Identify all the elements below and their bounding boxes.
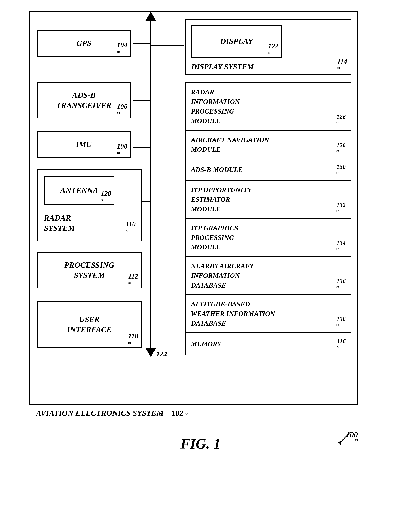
itp-opportunity-module-ref: 132 ≈ (337, 202, 346, 214)
aircraft-nav-module-box: AIRCRAFT NAVIGATIONMODULE 128 ≈ (186, 131, 351, 159)
aircraft-nav-module-label: AIRCRAFT NAVIGATIONMODULE (191, 135, 337, 154)
radar-system-label: RADARSYSTEM (44, 213, 75, 233)
radar-info-module-box: RADARINFORMATIONPROCESSINGMODULE 126 ≈ (186, 83, 351, 131)
itp-graphics-module-ref: 134 ≈ (337, 240, 346, 252)
aircraft-nav-module-ref: 128 ≈ (337, 142, 346, 154)
imu-label: IMU (76, 139, 92, 150)
display-system-label: DISPLAY SYSTEM (191, 62, 254, 71)
adsb-module-ref: 130 ≈ (337, 163, 346, 176)
nearby-aircraft-db-ref: 136 ≈ (337, 278, 346, 290)
gps-box: GPS 104 ≈ (37, 30, 131, 57)
imu-ref: 108 ≈ (117, 142, 127, 156)
page: GPS 104 ≈ ADS-BTRANSCEIVER 106 ≈ IMU 108 (0, 0, 401, 532)
antenna-label: ANTENNA (60, 185, 98, 196)
altitude-weather-db-ref: 138 ≈ (337, 316, 346, 328)
nearby-aircraft-db-label: NEARBY AIRCRAFTINFORMATIONDATABASE (191, 261, 337, 290)
gps-label: GPS (76, 38, 91, 48)
memory-label: MEMORY (191, 339, 337, 349)
modules-container: RADARINFORMATIONPROCESSINGMODULE 126 ≈ A… (185, 82, 351, 355)
ref-100: 100 ≈ (336, 430, 358, 450)
svg-marker-2 (145, 348, 156, 357)
radar-info-module-ref: 126 ≈ (337, 113, 346, 126)
radar-info-module-label: RADARINFORMATIONPROCESSINGMODULE (191, 87, 337, 126)
svg-marker-12 (338, 441, 342, 445)
svg-marker-1 (145, 12, 156, 21)
radar-system-ref: 110 ≈ (126, 220, 136, 233)
adsb-transceiver-label: ADS-BTRANSCEIVER (56, 90, 112, 111)
figure-caption: FIG. 1 (180, 436, 221, 452)
memory-box: MEMORY 116 ≈ (186, 333, 351, 355)
processing-system-label: PROCESSINGSYSTEM (64, 260, 114, 281)
imu-box: IMU 108 ≈ (37, 131, 131, 158)
diagram-area: GPS 104 ≈ ADS-BTRANSCEIVER 106 ≈ IMU 108 (29, 11, 372, 463)
itp-opportunity-module-box: ITP OPPORTUNITYESTIMATORMODULE 132 ≈ (186, 181, 351, 219)
display-system-box: DISPLAY 122 ≈ DISPLAY SYSTEM 114 ≈ (185, 19, 351, 75)
altitude-weather-db-label: ALTITUDE-BASEDWEATHER INFORMATIONDATABAS… (191, 299, 337, 328)
adsb-transceiver-ref: 106 ≈ (117, 102, 127, 116)
display-label: DISPLAY (220, 36, 253, 46)
gps-ref: 104 ≈ (117, 41, 127, 55)
aviation-electronics-label: AVIATION ELECTRONICS SYSTEM 102 ≈ (36, 409, 188, 418)
display-ref: 122 ≈ (268, 42, 278, 56)
nearby-aircraft-db-box: NEARBY AIRCRAFTINFORMATIONDATABASE 136 ≈ (186, 257, 351, 295)
processing-system-box: PROCESSINGSYSTEM 112 ≈ (37, 252, 142, 288)
radar-system-box: ANTENNA 120 ≈ RADARSYSTEM 110 ≈ (37, 169, 142, 241)
display-inner-box: DISPLAY 122 ≈ (191, 25, 282, 58)
adsb-transceiver-box: ADS-BTRANSCEIVER 106 ≈ (37, 82, 131, 118)
itp-opportunity-module-label: ITP OPPORTUNITYESTIMATORMODULE (191, 185, 337, 214)
display-system-ref: 114 ≈ (337, 58, 347, 71)
itp-graphics-module-label: ITP GRAPHICSPROCESSINGMODULE (191, 223, 337, 252)
adsb-module-label: ADS-B MODULE (191, 165, 337, 174)
antenna-box: ANTENNA 120 ≈ (44, 176, 115, 205)
user-interface-ref: 118 ≈ (128, 332, 138, 346)
antenna-ref: 120 ≈ (101, 190, 111, 203)
memory-ref: 116 ≈ (337, 338, 346, 350)
aviation-electronics-system-box: GPS 104 ≈ ADS-BTRANSCEIVER 106 ≈ IMU 108 (29, 11, 358, 405)
itp-graphics-module-box: ITP GRAPHICSPROCESSINGMODULE 134 ≈ (186, 219, 351, 257)
altitude-weather-db-box: ALTITUDE-BASEDWEATHER INFORMATIONDATABAS… (186, 295, 351, 333)
user-interface-label: USERINTERFACE (67, 314, 112, 335)
adsb-module-box: ADS-B MODULE 130 ≈ (186, 159, 351, 181)
bus-arrow-ref: 124 (156, 350, 167, 358)
processing-system-ref: 112 ≈ (128, 272, 138, 286)
user-interface-box: USERINTERFACE 118 ≈ (37, 301, 142, 348)
